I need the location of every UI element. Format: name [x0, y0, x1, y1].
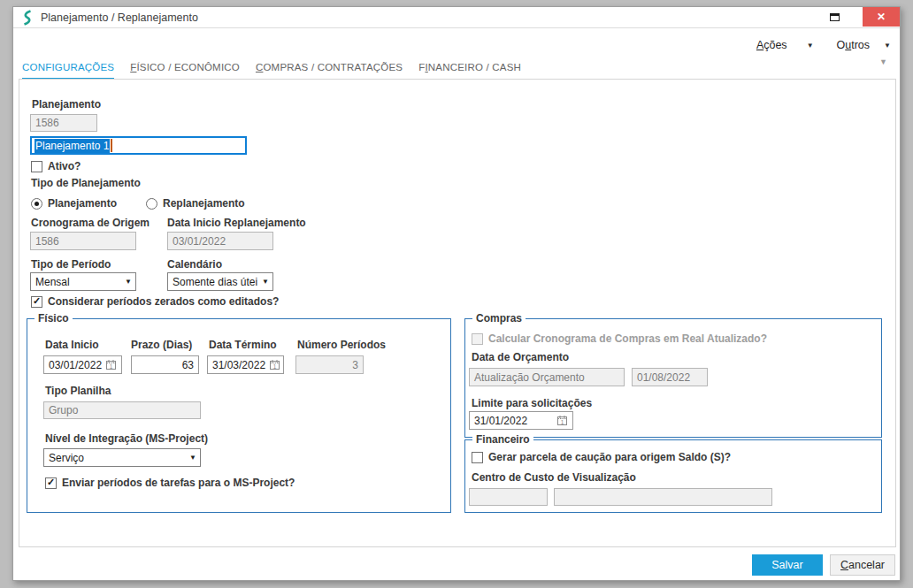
enviar-periodos-checkbox[interactable]: ✓ Enviar períodos de tarefas para o MS-P…: [45, 477, 295, 489]
configuracoes-panel: Planejamento 1586 Planejamento 1 Ativo? …: [19, 79, 896, 547]
data-inicio-replanejamento-label: Data Inicio Replanejamento: [167, 217, 306, 229]
calcular-real-atualizado-checkbox: Calcular Cronograma de Compras em Real A…: [472, 332, 767, 345]
checkbox-icon: [31, 161, 42, 172]
financeiro-group: Financeiro Gerar parcela de caução para …: [464, 439, 882, 513]
tab-bar: CONFIGURAÇÕES FÍSICO / ECONÔMICO COMPRAS…: [22, 62, 521, 80]
dropdown-arrow-icon: ▼: [189, 454, 196, 462]
data-inicio-label: Data Inicio: [45, 339, 99, 351]
dropdown-arrow-icon: ▼: [262, 278, 269, 286]
planejamento-label: Planejamento: [32, 98, 101, 111]
nivel-integracao-label: Nível de Integração (MS-Project): [45, 432, 208, 445]
limite-solicitacoes-label: Limite para solicitações: [472, 397, 592, 409]
svg-text:1: 1: [561, 419, 564, 425]
nivel-integracao-select[interactable]: Serviço ▼: [43, 448, 201, 467]
acoes-menu-button[interactable]: Ações ▼: [756, 39, 814, 51]
tab-compras-contratacoes[interactable]: COMPRAS / CONTRATAÇÕES: [256, 62, 403, 80]
numero-periodos-label: Número Períodos: [297, 339, 386, 351]
ativo-checkbox[interactable]: Ativo?: [31, 160, 81, 172]
chevron-down-icon: ▼: [884, 42, 891, 50]
tipo-periodo-select[interactable]: Mensal ▼: [30, 272, 136, 291]
data-termino-field[interactable]: 31/03/2022 1: [207, 355, 284, 374]
fisico-group-title: Físico: [35, 312, 73, 325]
calendario-label: Calendário: [167, 258, 222, 271]
maximize-button[interactable]: [824, 7, 845, 27]
limite-solicitacoes-field[interactable]: 31/01/2022 1: [469, 411, 573, 430]
app-window: Planejamento / Replanejamento ✕ Ações ▼ …: [12, 6, 901, 581]
checkbox-checked-icon: ✓: [45, 477, 57, 489]
centro-custo-descricao-field: [554, 488, 772, 506]
radio-replanejamento[interactable]: Replanejamento: [146, 197, 245, 210]
cancelar-button[interactable]: Cancelar: [830, 554, 895, 576]
cronograma-origem-field: 1586: [30, 232, 136, 250]
acoes-label: Ações: [756, 39, 787, 51]
checkbox-checked-icon: ✓: [31, 296, 42, 308]
window-title: Planejamento / Replanejamento: [41, 11, 198, 24]
planejamento-id-field: 1586: [30, 114, 97, 132]
financeiro-group-title: Financeiro: [472, 433, 533, 446]
tipo-planilha-label: Tipo Planilha: [45, 385, 111, 397]
maximize-icon: [830, 13, 840, 21]
compras-group: Compras Calcular Cronograma de Compras e…: [464, 318, 882, 438]
tab-fisico-economico[interactable]: FÍSICO / ECONÔMICO: [130, 62, 240, 80]
centro-custo-codigo-field: [469, 488, 548, 506]
fisico-group: Físico Data Inicio Prazo (Dias) Data Tér…: [27, 318, 451, 513]
prazo-dias-label: Prazo (Dias): [131, 339, 192, 351]
tab-configuracoes[interactable]: CONFIGURAÇÕES: [22, 62, 114, 80]
radio-planejamento[interactable]: Planejamento: [31, 197, 117, 210]
collapse-chevron-icon[interactable]: ▼: [879, 57, 887, 66]
considerar-zerados-checkbox[interactable]: ✓ Considerar períodos zerados como edita…: [31, 295, 279, 308]
radio-icon: [146, 198, 157, 210]
centro-custo-label: Centro de Custo de Visualização: [472, 471, 636, 484]
data-termino-label: Data Término: [209, 339, 277, 351]
outros-menu-button[interactable]: Outros ▼: [837, 39, 891, 51]
cronograma-origem-label: Cronograma de Origem: [31, 217, 150, 229]
titlebar: Planejamento / Replanejamento ✕: [13, 7, 900, 28]
radio-icon: [31, 198, 42, 210]
svg-text:1: 1: [273, 363, 277, 370]
planejamento-nome-field[interactable]: Planejamento 1: [30, 136, 247, 155]
close-button[interactable]: ✕: [863, 7, 900, 27]
data-orcamento-data-field: 01/08/2022: [632, 368, 708, 386]
compras-group-title: Compras: [472, 312, 526, 325]
numero-periodos-field: 3: [295, 355, 364, 374]
text-caret: [111, 139, 112, 152]
salvar-button[interactable]: Salvar: [752, 554, 823, 576]
svg-text:1: 1: [110, 363, 113, 370]
menubar: Ações ▼ Outros ▼: [756, 36, 891, 54]
prazo-dias-field[interactable]: 63: [131, 355, 199, 374]
checkbox-disabled-icon: [472, 333, 483, 345]
dropdown-arrow-icon: ▼: [125, 278, 132, 286]
data-inicio-field[interactable]: 03/01/2022 1: [43, 355, 122, 374]
chevron-down-icon: ▼: [807, 42, 814, 50]
close-icon: ✕: [877, 11, 886, 23]
tipo-periodo-label: Tipo de Período: [31, 258, 111, 271]
checkbox-icon: [472, 452, 483, 463]
tab-financeiro-cash[interactable]: FINANCEIRO / CASH: [418, 62, 521, 80]
data-inicio-replanejamento-field: 03/01/2022: [167, 232, 273, 250]
calendar-icon[interactable]: 1: [556, 415, 568, 426]
data-orcamento-label: Data de Orçamento: [472, 351, 569, 363]
tipo-planejamento-label: Tipo de Planejamento: [31, 177, 141, 189]
calendar-icon[interactable]: 1: [269, 359, 280, 370]
tipo-planilha-field: Grupo: [43, 401, 201, 419]
calendar-icon[interactable]: 1: [105, 359, 117, 370]
app-logo-icon: [20, 10, 34, 26]
data-orcamento-tipo-field: Atualização Orçamento: [469, 368, 625, 386]
calendario-select[interactable]: Somente dias útei ▼: [167, 272, 273, 291]
outros-label: Outros: [837, 39, 871, 51]
gerar-parcela-checkbox[interactable]: Gerar parcela de caução para origem Sald…: [472, 451, 731, 463]
selected-text: Planejamento 1: [35, 139, 110, 153]
